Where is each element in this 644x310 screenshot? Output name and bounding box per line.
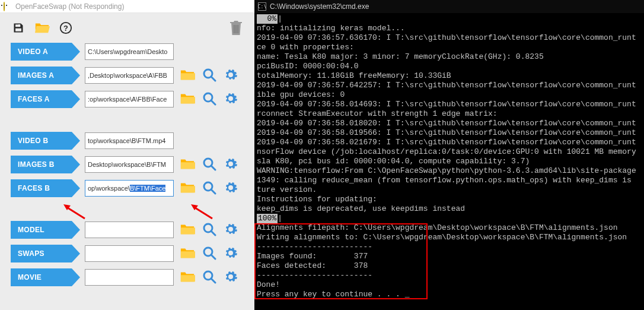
- gear-icon[interactable]: [224, 181, 238, 197]
- svg-rect-0: [18, 24, 20, 26]
- row-faces-a: FACES A: [11, 90, 244, 108]
- terminal-line: 100%|: [257, 214, 642, 223]
- label-faces-a[interactable]: FACES A: [11, 90, 72, 108]
- label-faces-b[interactable]: FACES B: [11, 179, 72, 197]
- search-icon[interactable]: [202, 246, 216, 262]
- window-title: OpenFaceSwap (Not Responding): [15, 2, 124, 11]
- terminal-line: 0%|: [257, 14, 642, 24]
- terminal-line: Instructions for updating:: [257, 195, 642, 204]
- cmd-window: C:\ C:\Windows\system32\cmd.exe 0%|nfo: …: [254, 0, 644, 310]
- input-faces-a[interactable]: [85, 91, 174, 107]
- folder-icon[interactable]: [180, 68, 195, 83]
- row-movie: MOVIE: [11, 268, 244, 286]
- input-movie[interactable]: [85, 269, 174, 286]
- label-video-a[interactable]: VIDEO A: [11, 43, 72, 61]
- search-icon[interactable]: [202, 68, 216, 84]
- input-video-a[interactable]: [85, 43, 174, 60]
- label-video-b[interactable]: VIDEO B: [11, 132, 72, 150]
- cmd-icon: C:\: [258, 2, 266, 11]
- terminal-line: sla K80, pci bus id: 0000:00:04.0, compu…: [257, 157, 642, 166]
- input-images-b[interactable]: [85, 156, 174, 173]
- terminal-output[interactable]: 0%|nfo: initializing keras model...2019-…: [254, 13, 644, 310]
- folder-icon[interactable]: [180, 246, 195, 261]
- terminal-line: ture version.: [257, 185, 642, 195]
- svg-point-23: [229, 251, 232, 254]
- input-video-b[interactable]: [85, 132, 174, 149]
- label-images-b[interactable]: IMAGES B: [11, 156, 72, 173]
- label-swaps[interactable]: SWAPS: [11, 245, 72, 262]
- search-icon[interactable]: [202, 91, 216, 107]
- title-bar: OpenFaceSwap (Not Responding): [0, 0, 254, 13]
- gear-icon[interactable]: [224, 68, 238, 84]
- search-icon[interactable]: [202, 157, 216, 173]
- label-images-a[interactable]: IMAGES A: [11, 67, 72, 84]
- terminal-line: 2019-04-09 07:36:58.021679: I T:\src\git…: [257, 138, 642, 147]
- svg-line-16: [211, 189, 215, 194]
- svg-line-22: [211, 255, 215, 259]
- terminal-line: nsorFlow device (/job:localhost/replica:…: [257, 147, 642, 157]
- open-folder-button[interactable]: [34, 20, 50, 36]
- svg-rect-5: [238, 25, 239, 33]
- terminal-line: keep_dims is deprecated, use keepdims in…: [257, 204, 642, 214]
- svg-line-25: [211, 279, 215, 283]
- label-movie[interactable]: MOVIE: [11, 268, 72, 286]
- row-images-b: IMAGES B: [11, 156, 244, 173]
- terminal-line: Press any key to continue . . . _: [257, 290, 642, 299]
- terminal-line: ible gpu devices: 0: [257, 90, 642, 100]
- svg-point-8: [229, 73, 232, 76]
- svg-point-14: [229, 162, 232, 165]
- terminal-line: 2019-04-09 07:36:58.019566: I T:\src\git…: [257, 128, 642, 138]
- help-button[interactable]: ?: [58, 20, 74, 36]
- terminal-line: ce 0 with properties:: [257, 43, 642, 52]
- svg-line-13: [211, 166, 215, 170]
- terminal-line: 1349: calling reduce_mean (from tensorfl…: [257, 176, 642, 185]
- folder-icon[interactable]: [180, 223, 195, 238]
- search-icon[interactable]: [202, 270, 216, 286]
- terminal-line: 2019-04-09 07:36:58.018020: I T:\src\git…: [257, 119, 642, 128]
- gear-icon[interactable]: [224, 222, 238, 238]
- folder-icon[interactable]: [180, 270, 195, 285]
- trash-button[interactable]: [228, 20, 244, 36]
- input-images-a[interactable]: [85, 67, 174, 84]
- terminal-line: -------------------------: [257, 242, 642, 252]
- terminal-line: 2019-04-09 07:36:57.636170: I T:\src\git…: [257, 33, 642, 43]
- search-icon[interactable]: [202, 222, 216, 238]
- terminal-line: name: Tesla K80 major: 3 minor: 7 memory…: [257, 52, 642, 62]
- svg-point-17: [229, 186, 232, 189]
- svg-point-26: [229, 275, 232, 278]
- search-icon[interactable]: [202, 181, 216, 197]
- input-faces-b[interactable]: op\workspace\B\FTM\Face: [85, 180, 174, 197]
- gear-icon[interactable]: [224, 270, 238, 286]
- folder-icon[interactable]: [180, 181, 195, 196]
- save-button[interactable]: [11, 20, 26, 36]
- svg-line-7: [211, 77, 215, 81]
- svg-point-20: [229, 227, 232, 230]
- terminal-line: nfo: initializing keras model...: [257, 24, 642, 33]
- svg-text:?: ?: [63, 24, 68, 33]
- gear-icon[interactable]: [224, 91, 238, 107]
- input-swaps[interactable]: [85, 245, 174, 262]
- form-rows: VIDEO A IMAGES A FACES A VI: [0, 43, 254, 286]
- app-icon: [4, 2, 12, 11]
- terminal-line: -------------------------: [257, 271, 642, 280]
- openfaceswap-window: OpenFaceSwap (Not Responding) ? VIDEO A …: [0, 0, 254, 310]
- svg-rect-4: [235, 25, 237, 33]
- row-swaps: SWAPS: [11, 245, 244, 262]
- terminal-line: Faces detected: 378: [257, 261, 642, 271]
- svg-line-10: [211, 100, 215, 105]
- label-model[interactable]: MODEL: [11, 221, 72, 239]
- folder-icon[interactable]: [180, 157, 195, 172]
- svg-rect-3: [234, 25, 235, 33]
- terminal-line: 2019-04-09 07:36:57.642257: I T:\src\git…: [257, 81, 642, 90]
- gear-icon[interactable]: [224, 246, 238, 262]
- toolbar: ?: [0, 13, 254, 43]
- gear-icon[interactable]: [224, 157, 238, 173]
- svg-point-11: [229, 97, 232, 100]
- folder-icon[interactable]: [180, 92, 195, 107]
- row-images-a: IMAGES A: [11, 67, 244, 84]
- cmd-title-bar: C:\ C:\Windows\system32\cmd.exe: [254, 0, 644, 13]
- row-model: MODEL: [11, 221, 244, 239]
- row-faces-b: FACES B op\workspace\B\FTM\Face: [11, 179, 244, 197]
- row-video-b: VIDEO B: [11, 132, 244, 150]
- input-model[interactable]: [85, 222, 174, 238]
